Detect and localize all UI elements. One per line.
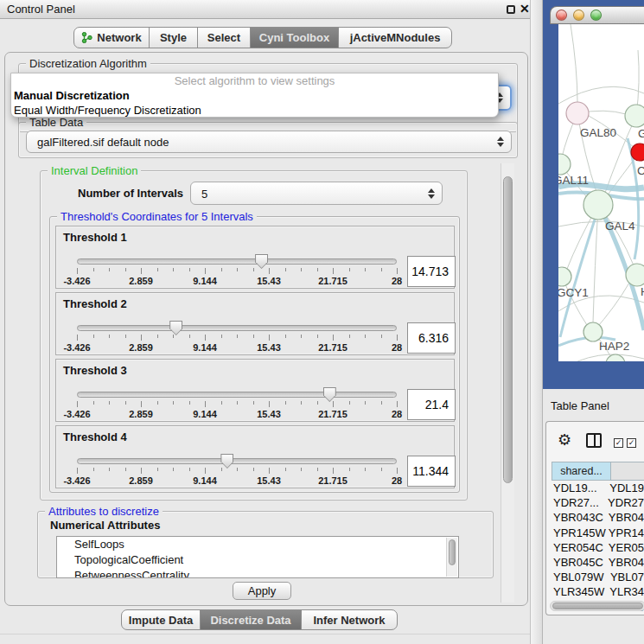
window-traffic-lights — [556, 10, 602, 21]
network-node-label: GAL80 — [580, 126, 616, 139]
number-of-intervals-label: Number of Intervals — [78, 187, 183, 200]
apply-button[interactable]: Apply — [233, 582, 291, 600]
slider-tick — [173, 401, 174, 405]
table-row[interactable]: YER054CYER05 — [552, 541, 644, 556]
slider-tick-label: 28 — [392, 342, 402, 353]
combo-arrows-icon — [428, 188, 435, 199]
slider-thumb[interactable] — [255, 254, 268, 269]
list-item[interactable]: SelfLoops — [57, 537, 458, 552]
slider-thumb[interactable] — [323, 387, 336, 402]
network-node[interactable] — [566, 102, 589, 124]
network-node[interactable] — [625, 105, 644, 127]
float-panel-icon[interactable] — [507, 5, 515, 14]
cell-shared-name: YER054C — [552, 541, 609, 556]
columns-icon[interactable] — [586, 433, 602, 448]
threshold-slider: -3.4262.8599.14415.4321.71528 — [77, 322, 397, 355]
window-zoom-icon[interactable] — [590, 10, 602, 21]
list-scrollbar-thumb[interactable] — [449, 539, 456, 565]
tab-select[interactable]: Select — [197, 27, 251, 48]
slider-tick — [317, 468, 318, 471]
threshold-box: Threshold 2-3.4262.8599.14415.4321.71528… — [55, 292, 455, 355]
dropdown-option[interactable]: Equal Width/Frequency Discretization — [11, 103, 498, 118]
network-node[interactable] — [558, 267, 571, 286]
network-node-label: GCY1 — [558, 286, 589, 299]
tab-discretize-data[interactable]: Discretize Data — [200, 609, 302, 630]
table-data-combobox[interactable]: galFiltered.sif default node — [26, 131, 512, 153]
slider-tick-label: 28 — [392, 409, 402, 419]
slider-track[interactable] — [77, 325, 397, 331]
network-node[interactable] — [606, 354, 625, 361]
checkbox-icon[interactable]: ✓ — [614, 438, 623, 448]
slider-track[interactable] — [77, 392, 397, 398]
slider-tick — [125, 268, 126, 271]
window-minimize-icon[interactable] — [573, 10, 584, 21]
slider-tick — [333, 468, 334, 474]
slider-tick — [157, 268, 158, 271]
slider-tick — [141, 468, 142, 474]
slider-tick — [333, 401, 334, 407]
table-row[interactable]: YBR045CYBR04 — [552, 556, 644, 571]
slider-tick — [285, 268, 286, 271]
slider-tick — [253, 401, 254, 405]
table-row[interactable]: YLR345WYLR34 — [552, 585, 644, 600]
table-row[interactable]: YDL19...YDL19 — [552, 481, 644, 496]
column-header-shared-name[interactable]: shared... — [552, 462, 611, 481]
slider-tick — [237, 468, 238, 471]
tab-impute-data[interactable]: Impute Data — [121, 609, 201, 630]
content-scrollbar[interactable] — [501, 163, 514, 603]
threshold-value-field[interactable]: 14.713 — [407, 256, 456, 287]
threshold-value-field[interactable]: 11.344 — [407, 456, 456, 487]
table-row[interactable]: YBR043CYBR04 — [552, 511, 644, 526]
network-node[interactable] — [631, 143, 644, 161]
slider-tick-label: 21.715 — [318, 342, 348, 353]
window-close-icon[interactable] — [556, 10, 567, 21]
panel-bottom-edge — [0, 634, 534, 634]
gear-icon[interactable]: ⚙ — [558, 432, 571, 448]
slider-tick — [349, 335, 350, 338]
table-panel-title: Table Panel — [551, 399, 609, 412]
slider-tick — [125, 401, 126, 405]
tab-style[interactable]: Style — [149, 27, 198, 48]
cell-shared-name: YBR045C — [552, 556, 609, 571]
list-item[interactable]: TopologicalCoefficient — [57, 552, 458, 568]
tab-cyni-toolbox[interactable]: Cyni Toolbox — [250, 27, 339, 48]
slider-thumb[interactable] — [220, 454, 233, 469]
slider-tick — [269, 401, 270, 407]
network-node[interactable] — [583, 190, 613, 220]
table-hscrollbar-thumb[interactable] — [552, 603, 643, 609]
tab-network[interactable]: Network — [73, 27, 150, 48]
panel-splitter[interactable] — [530, 0, 543, 644]
content-scrollbar-thumb[interactable] — [503, 176, 513, 483]
checkbox-icon[interactable]: ✓ — [627, 438, 636, 448]
tab-jactivemnodules[interactable]: jActiveMNodules — [338, 27, 452, 48]
slider-tick — [317, 401, 318, 405]
table-row[interactable]: YBL079WYBL07 — [552, 571, 644, 585]
slider-tick — [157, 335, 158, 338]
threshold-value-field[interactable]: 6.316 — [407, 322, 456, 354]
slider-track[interactable] — [77, 458, 397, 464]
network-window-titlebar[interactable] — [550, 6, 644, 24]
close-panel-icon[interactable]: ✕ — [520, 2, 530, 16]
table-row[interactable]: YDR27...YDR27 — [552, 496, 644, 511]
table-row[interactable]: YPR145WYPR14 — [552, 526, 644, 541]
table-hscrollbar[interactable] — [550, 601, 644, 611]
slider-tick-label: 21.715 — [318, 475, 348, 486]
network-node[interactable] — [558, 154, 571, 175]
network-node[interactable] — [583, 322, 603, 341]
slider-tick — [109, 401, 110, 405]
slider-tick — [381, 335, 382, 338]
slider-thumb[interactable] — [169, 321, 182, 335]
network-canvas[interactable]: GAL80GACGAL11GAL4HGCY1HAP2 — [558, 24, 644, 361]
number-of-intervals-combobox[interactable]: 5 — [190, 182, 443, 205]
tab-infer-network[interactable]: Infer Network — [301, 609, 398, 630]
list-item[interactable]: BetweennessCentrality — [57, 568, 458, 578]
slider-tick-label: 21.715 — [318, 409, 348, 419]
column-header-name[interactable]: n — [611, 462, 644, 481]
threshold-label: Threshold 3 — [63, 364, 127, 377]
threshold-value-field[interactable]: 21.4 — [407, 389, 456, 420]
network-edge — [558, 354, 644, 361]
list-scrollbar[interactable] — [446, 538, 457, 577]
dropdown-option[interactable]: Manual Discretization — [11, 88, 498, 103]
network-node[interactable] — [626, 264, 644, 286]
slider-track[interactable] — [77, 258, 397, 265]
